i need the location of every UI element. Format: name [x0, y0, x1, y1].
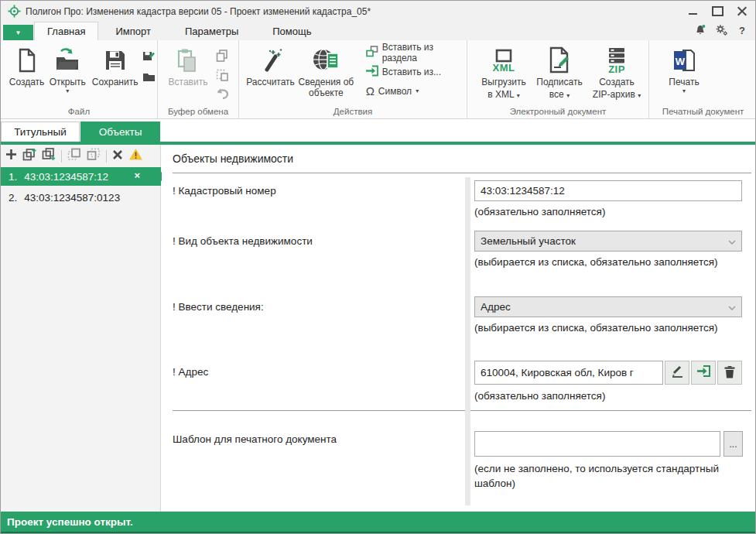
tab-objects[interactable]: Объекты	[80, 122, 160, 142]
xml-icon: XML	[493, 46, 515, 75]
column-splitter[interactable]	[465, 177, 470, 505]
open-folder-icon	[55, 46, 80, 75]
chevron-down-icon	[728, 301, 736, 313]
save-floppy-icon	[104, 46, 126, 75]
open-button[interactable]: Открыть ▾	[46, 44, 89, 94]
ribbon-tab-parameters[interactable]: Параметры	[168, 22, 255, 40]
pencil-edit-icon	[671, 365, 684, 381]
chevron-down-icon: ▾	[517, 92, 520, 99]
cad-number-label: ! Кадастровый номер	[173, 185, 276, 197]
ribbon-tab-help[interactable]: Помощь	[255, 22, 328, 40]
sign-document-icon	[548, 46, 571, 75]
new-document-icon	[17, 46, 37, 75]
insert-section-icon	[366, 46, 378, 60]
minimize-button[interactable]	[686, 4, 700, 18]
template-browse-button[interactable]: ...	[724, 431, 743, 457]
window-title: Полигон Про: Изменения кадастра версии 0…	[26, 6, 371, 17]
print-button[interactable]: W Печать ▾	[660, 44, 708, 94]
object-form: Объекты недвижимости ! Кадастровый номер…	[162, 145, 756, 512]
globe-info-icon	[312, 46, 340, 75]
chevron-down-icon: ▾	[66, 87, 69, 94]
address-edit-button[interactable]	[665, 361, 689, 385]
toolbar-separator	[61, 150, 62, 163]
insert-from-button[interactable]: Вставить из...	[366, 65, 467, 78]
cad-number-hint: (обязательно заполняется)	[474, 204, 742, 219]
chevron-down-icon: ▾	[638, 92, 641, 99]
info-kind-select[interactable]: Адрес	[474, 296, 742, 317]
template-input[interactable]	[474, 431, 720, 457]
help-icon[interactable]: ?	[735, 23, 749, 37]
document-tabs: Титульный Объекты	[1, 122, 755, 142]
address-import-button[interactable]	[691, 361, 716, 385]
calculate-button[interactable]: Рассчитать	[245, 44, 296, 87]
chevron-down-icon	[728, 235, 736, 247]
group-label-clipboard: Буфер обмена	[158, 107, 238, 116]
create-zip-button[interactable]: ZIP Создать ZIP-архив ▾	[587, 44, 647, 100]
paste-item-button[interactable]	[67, 148, 81, 164]
sign-all-button[interactable]: Подписать все ▾	[532, 44, 587, 100]
app-menu-button[interactable]: ▼	[3, 25, 33, 40]
duplicate-add-below-button[interactable]	[42, 148, 56, 164]
object-kind-label: ! Вид объекта недвижимости	[173, 235, 313, 247]
object-info-button[interactable]: Сведения об объекте	[296, 44, 357, 98]
ribbon-tab-import[interactable]: Импорт	[98, 22, 167, 40]
import-arrow-icon	[696, 365, 711, 381]
info-kind-label: ! Ввести сведения:	[173, 301, 264, 313]
maximize-button[interactable]	[710, 4, 724, 18]
cad-number-input[interactable]	[474, 180, 742, 201]
copy-icon[interactable]	[216, 50, 228, 65]
status-bar: Проект успешно открыт.	[1, 512, 755, 532]
new-button[interactable]: Создать	[8, 44, 46, 87]
template-hint: (если не заполнено, то используется стан…	[474, 461, 742, 491]
toolbar-separator	[106, 150, 107, 163]
paste-clipboard-icon	[176, 46, 200, 75]
undo-icon[interactable]	[215, 88, 229, 102]
insert-from-section-button[interactable]: Вставить из раздела	[366, 46, 467, 59]
save-button[interactable]: Сохранить	[89, 44, 141, 87]
ellipsis-icon: ...	[729, 439, 737, 450]
symbol-button[interactable]: Ω Символ ▾	[366, 84, 467, 98]
duplicate-add-button[interactable]	[22, 148, 36, 164]
tab-titular[interactable]: Титульный	[1, 122, 80, 142]
close-folder-icon[interactable]	[142, 71, 156, 85]
trash-icon	[724, 365, 736, 382]
word-document-icon: W	[672, 46, 696, 75]
paste-item-alt-button[interactable]	[87, 148, 101, 164]
status-message: Проект успешно открыт.	[7, 516, 133, 528]
object-kind-select[interactable]: Земельный участок	[474, 231, 742, 252]
ribbon-tab-main[interactable]: Главная	[34, 22, 98, 40]
warning-icon[interactable]	[128, 148, 143, 164]
settings-gear-icon[interactable]	[714, 23, 728, 37]
address-delete-button[interactable]	[717, 361, 742, 385]
divider	[173, 410, 751, 411]
objects-list-panel: 1. 43:03:1234587:12 × 2. 43:03:1234587:0…	[1, 145, 161, 512]
insert-arrow-icon	[366, 65, 378, 79]
paste-button[interactable]: Вставить	[166, 44, 210, 87]
form-title: Объекты недвижимости	[173, 152, 293, 165]
paste-special-icon[interactable]	[216, 69, 228, 84]
svg-text:W: W	[676, 56, 686, 67]
info-kind-hint: (выбирается из списка, обязательно запол…	[474, 320, 742, 335]
add-item-button[interactable]	[5, 149, 17, 163]
chevron-down-icon: ▼	[15, 29, 22, 36]
save-as-icon[interactable]	[142, 50, 155, 65]
app-logo-icon	[7, 5, 21, 19]
list-item[interactable]: 1. 43:03:1234587:12 ×	[1, 167, 161, 186]
close-button[interactable]	[735, 4, 749, 18]
group-label-print: Печатный документ	[649, 107, 756, 116]
chevron-down-icon: ▾	[566, 92, 570, 99]
titlebar: Полигон Про: Изменения кадастра версии 0…	[1, 1, 755, 22]
ribbon: Создать Открыть ▾ Сохранить	[1, 40, 755, 119]
export-xml-button[interactable]: XML Выгрузить в XML ▾	[475, 44, 532, 100]
remove-item-icon[interactable]: ×	[134, 169, 140, 181]
app-window: Полигон Про: Изменения кадастра версии 0…	[0, 0, 756, 534]
address-hint: (обязательно заполняется)	[474, 389, 742, 403]
group-label-file: Файл	[1, 107, 157, 116]
address-input[interactable]	[474, 361, 663, 385]
list-item[interactable]: 2. 43:03:1234587:0123	[1, 188, 161, 207]
template-label: Шаблон для печатного документа	[173, 433, 337, 445]
chevron-down-icon: ▾	[416, 87, 419, 94]
delete-item-button[interactable]	[112, 149, 123, 163]
notifications-bell-icon[interactable]	[693, 23, 707, 37]
omega-icon: Ω	[366, 84, 375, 98]
